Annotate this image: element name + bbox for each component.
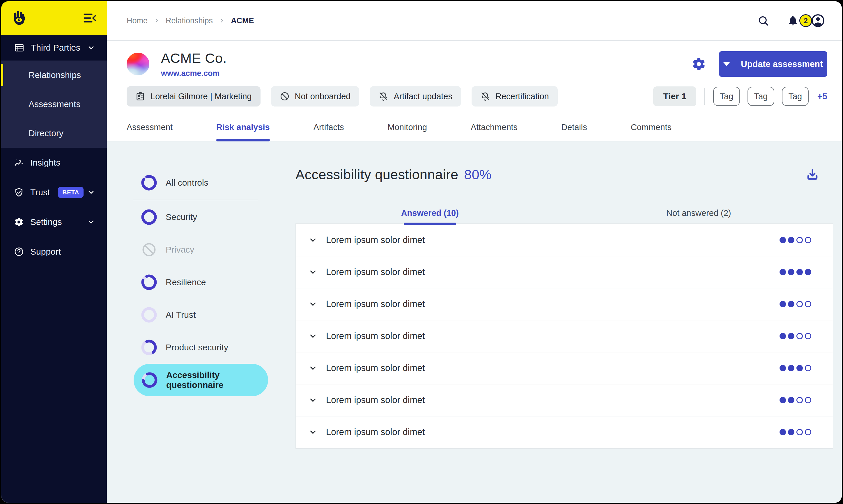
- onboarding-status-label: Not onboarded: [295, 92, 351, 101]
- tag-button[interactable]: Tag: [713, 87, 740, 106]
- user-avatar-icon[interactable]: [811, 14, 825, 28]
- question-row[interactable]: Lorem ipsum solor dimet: [296, 353, 833, 384]
- tag-button[interactable]: Tag: [782, 87, 809, 106]
- sidebar-item-directory[interactable]: Directory: [1, 119, 107, 148]
- sidebar-item-trust[interactable]: Trust BETA: [1, 178, 107, 207]
- company-settings-gear-icon[interactable]: [692, 57, 706, 71]
- score-dot-empty: [805, 397, 811, 403]
- sidebar-item-insights[interactable]: Insights: [1, 148, 107, 178]
- sidebar-item-relationships[interactable]: Relationships: [1, 60, 107, 90]
- question-text: Lorem ipsum solor dimet: [326, 395, 425, 406]
- notification-bell-icon[interactable]: [787, 15, 799, 26]
- chevron-down-icon: [87, 188, 95, 196]
- score-dots: [779, 365, 811, 371]
- sidebar-item-assessments[interactable]: Assessments: [1, 90, 107, 119]
- control-label: Resilience: [166, 277, 206, 287]
- sidebar-item-support[interactable]: Support: [1, 237, 107, 267]
- chevron-down-icon[interactable]: [308, 332, 317, 340]
- notification-count-badge[interactable]: 2: [799, 14, 812, 27]
- progress-ring-icon: [142, 372, 158, 388]
- download-icon[interactable]: [806, 168, 819, 181]
- score-dot-empty: [805, 333, 811, 339]
- company-url-link[interactable]: www.acme.com: [161, 69, 227, 78]
- tab-details[interactable]: Details: [561, 113, 587, 141]
- score-dot-empty: [796, 397, 803, 403]
- sidebar-item-settings[interactable]: Settings: [1, 207, 107, 237]
- control-label: All controls: [166, 178, 209, 188]
- beta-badge: BETA: [58, 187, 84, 198]
- score-dot-filled: [796, 365, 803, 371]
- control-label: Privacy: [166, 245, 194, 255]
- chevron-down-icon[interactable]: [308, 396, 317, 404]
- score-dots: [779, 269, 811, 275]
- tab-artifacts[interactable]: Artifacts: [313, 113, 344, 141]
- score-dot-empty: [796, 237, 803, 243]
- search-icon[interactable]: [757, 15, 769, 26]
- breadcrumb-current-acme: ACME: [231, 16, 254, 25]
- control-item-ai-trust[interactable]: AI Trust: [127, 299, 268, 331]
- id-badge-icon: [136, 91, 145, 101]
- tab-attachments[interactable]: Attachments: [471, 113, 518, 141]
- progress-ring-icon: [141, 274, 157, 290]
- question-row[interactable]: Lorem ipsum solor dimet: [296, 320, 833, 353]
- question-text: Lorem ipsum solor dimet: [326, 363, 425, 373]
- breadcrumb-relationships[interactable]: Relationships: [166, 16, 213, 25]
- chevron-down-icon[interactable]: [308, 268, 317, 276]
- control-item-resilience[interactable]: Resilience: [127, 266, 268, 299]
- more-tags-link[interactable]: +5: [818, 91, 827, 101]
- question-row[interactable]: Lorem ipsum solor dimet: [296, 224, 833, 256]
- score-dots: [779, 397, 811, 403]
- chevron-down-icon[interactable]: [308, 428, 317, 436]
- control-item-security[interactable]: Security: [127, 201, 268, 233]
- tab-assessment[interactable]: Assessment: [127, 113, 173, 141]
- collapse-sidebar-icon[interactable]: [84, 13, 96, 23]
- question-row[interactable]: Lorem ipsum solor dimet: [296, 256, 833, 288]
- tab-monitoring[interactable]: Monitoring: [388, 113, 427, 141]
- control-item-all-controls[interactable]: All controls: [127, 166, 268, 199]
- chips-divider: [704, 88, 705, 105]
- topbar-actions: 2: [757, 14, 825, 28]
- chevron-down-icon[interactable]: [308, 300, 317, 308]
- score-dot-filled: [779, 301, 786, 307]
- score-dot-filled: [779, 365, 786, 371]
- control-item-accessibility-questionnaire[interactable]: Accessibility questionnaire: [133, 364, 268, 396]
- sidebar-item-label: Assessments: [29, 99, 80, 109]
- tab-answered[interactable]: Answered (10): [295, 202, 564, 224]
- question-row[interactable]: Lorem ipsum solor dimet: [296, 416, 833, 448]
- shield-check-icon: [14, 187, 24, 197]
- control-item-product-security[interactable]: Product security: [127, 331, 268, 364]
- progress-ring-icon: [141, 340, 157, 355]
- dropdown-caret-icon: [723, 62, 730, 66]
- controls-divider: [133, 200, 257, 200]
- tab-risk-analysis[interactable]: Risk analysis: [216, 113, 270, 141]
- update-assessment-button[interactable]: Update assessment: [719, 51, 827, 77]
- question-row[interactable]: Lorem ipsum solor dimet: [296, 384, 833, 416]
- tag-button[interactable]: Tag: [748, 87, 774, 106]
- risk-analysis-content: All controls Security Privacy: [107, 141, 842, 503]
- recertification-chip: Recertification: [471, 86, 558, 107]
- score-dots: [779, 333, 811, 339]
- control-item-privacy[interactable]: Privacy: [127, 233, 268, 266]
- score-dot-filled: [779, 333, 786, 339]
- tab-comments[interactable]: Comments: [631, 113, 671, 141]
- question-text: Lorem ipsum solor dimet: [326, 331, 425, 341]
- topbar: Home Relationships ACME: [107, 1, 842, 41]
- onboarding-status-chip: Not onboarded: [271, 86, 359, 107]
- company-tabs: Assessment Risk analysis Artifacts Monit…: [107, 113, 842, 141]
- artifact-updates-chip: Artifact updates: [370, 86, 461, 107]
- control-label: Accessibility questionnaire: [166, 370, 268, 390]
- insights-trend-icon: [14, 158, 24, 168]
- score-dot-filled: [805, 269, 811, 275]
- chevron-down-icon: [87, 218, 95, 226]
- breadcrumb-separator-icon: [219, 18, 225, 23]
- assignee-chip[interactable]: Lorelai Gilmore | Marketing: [127, 86, 261, 107]
- chevron-down-icon[interactable]: [308, 364, 317, 373]
- question-text: Lorem ipsum solor dimet: [326, 267, 425, 277]
- tab-not-answered[interactable]: Not answered (2): [564, 202, 833, 224]
- chevron-down-icon[interactable]: [308, 236, 317, 245]
- score-dots: [779, 237, 811, 243]
- question-row[interactable]: Lorem ipsum solor dimet: [296, 288, 833, 320]
- score-dot-empty: [796, 429, 803, 435]
- sidebar-item-third-parties[interactable]: Third Parties: [1, 35, 107, 60]
- breadcrumb-home[interactable]: Home: [127, 16, 148, 25]
